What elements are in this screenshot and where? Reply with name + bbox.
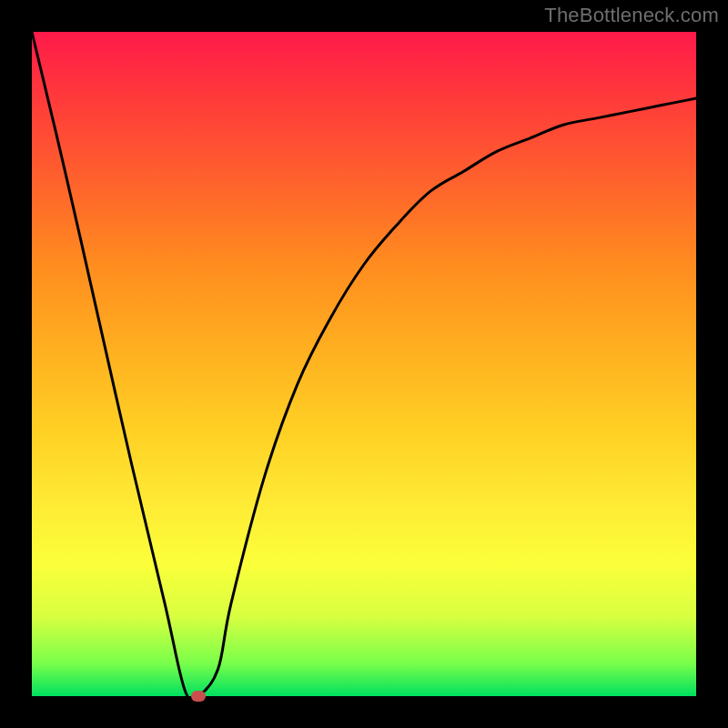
- plot-area: [32, 32, 696, 696]
- optimum-marker: [191, 691, 206, 702]
- watermark-text: TheBottleneck.com: [544, 4, 719, 27]
- curve-layer: [32, 32, 696, 696]
- bottleneck-curve: [32, 32, 696, 701]
- chart-frame: TheBottleneck.com: [0, 0, 728, 728]
